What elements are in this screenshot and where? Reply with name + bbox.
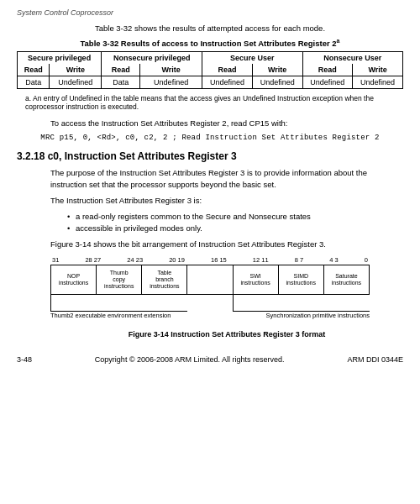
annotation-right-bracket [233, 295, 370, 312]
footer-center: Copyright © 2006-2008 ARM Limited. All r… [95, 355, 285, 364]
register-diagram: 31 28 27 24 23 20 19 16 15 12 11 8 7 4 3… [50, 256, 370, 327]
figure-caption-text: Figure 3-14 Instruction Set Attributes R… [129, 330, 326, 339]
col-read-2: Read [102, 64, 140, 76]
figure-caption: Figure 3-14 Instruction Set Attributes R… [17, 330, 403, 339]
para-2-text: The Instruction Set Attributes Register … [50, 196, 202, 205]
col-write-1: Write [50, 64, 102, 76]
group-secure-user: Secure User [202, 52, 302, 65]
para-1-text: The purpose of the Instruction Set Attri… [50, 168, 367, 188]
cell-undef-6: Undefined [353, 76, 403, 89]
cell-data: Data [18, 76, 50, 89]
cell-undef-4: Undefined [252, 76, 302, 89]
reg-boxes: NOPinstructions Thumbcopyinstructions Ta… [50, 265, 370, 295]
table-row: Data Undefined Data Undefined Undefined … [18, 76, 403, 89]
table-group-header-row: Secure privileged Nonsecure privileged S… [18, 52, 403, 65]
reg-saturate: Saturateinstructions [324, 265, 369, 294]
para-2: The Instruction Set Attributes Register … [17, 195, 403, 206]
bullet-list: a read-only registers common to the Secu… [17, 211, 403, 234]
col-write-4: Write [353, 64, 403, 76]
col-read-4: Read [302, 64, 353, 76]
footnote-text: An entry of Undefined in the table means… [25, 94, 374, 111]
para-1: The purpose of the Instruction Set Attri… [17, 167, 403, 190]
reg-thumb-copy: Thumbcopyinstructions [97, 265, 142, 294]
footer-left: 3-48 [17, 355, 32, 364]
col-read-3: Read [202, 64, 253, 76]
table-caption-text: Table 3-32 Results of access to Instruct… [80, 39, 336, 48]
col-write-2: Write [140, 64, 202, 76]
table-caption: Table 3-32 Results of access to Instruct… [17, 38, 403, 48]
reg-table-branch: Tablebranchinstructions [142, 265, 187, 294]
bullet-2: accessible in privileged modes only. [67, 223, 403, 234]
col-write-3: Write [252, 64, 302, 76]
section-heading: 3.2.18 c0, Instruction Set Attributes Re… [17, 150, 403, 162]
access-code: MRC p15, 0, <Rd>, c0, c2, 2 ; Read Instr… [17, 134, 403, 142]
cell-undef-1: Undefined [50, 76, 102, 89]
reg-nop: NOPinstructions [51, 265, 97, 294]
figure-intro: Figure 3-14 shows the bit arrangement of… [17, 239, 403, 249]
page-footer: 3-48 Copyright © 2006-2008 ARM Limited. … [17, 352, 403, 364]
footer-right: ARM DDI 0344E [347, 355, 403, 364]
annotation-right-text: Synchronization primitive instructions [266, 312, 370, 319]
reg-swi: SWIinstructions [234, 265, 279, 294]
access-table: Secure privileged Nonsecure privileged S… [17, 51, 403, 89]
annotation-left-bracket [50, 295, 187, 312]
col-read-1: Read [18, 64, 50, 76]
header-title: System Control Coprocessor [17, 8, 113, 17]
group-nonsecure-user: Nonsecure User [302, 52, 402, 65]
reg-annotations: Thumb2 executable environment extension … [50, 295, 370, 312]
bullet-1: a read-only registers common to the Secu… [67, 211, 403, 222]
annotation-left-text: Thumb2 executable environment extension [50, 312, 171, 319]
table-caption-super: a [337, 38, 340, 44]
cell-data-2: Data [102, 76, 140, 89]
page-header: System Control Coprocessor [17, 8, 403, 17]
group-nonsecure-priv: Nonsecure privileged [102, 52, 202, 65]
reg-empty [187, 265, 233, 294]
table-footnote: a. An entry of Undefined in the table me… [17, 94, 403, 111]
reg-simd: SIMDinstructions [279, 265, 324, 294]
cell-undef-2: Undefined [140, 76, 202, 89]
cell-undef-5: Undefined [302, 76, 353, 89]
footnote-label: a. [25, 94, 33, 102]
access-intro: To access the Instruction Set Attributes… [17, 118, 403, 129]
bit-numbers: 31 28 27 24 23 20 19 16 15 12 11 8 7 4 3… [50, 256, 370, 264]
group-secure-priv: Secure privileged [18, 52, 102, 65]
intro-text: Table 3-32 shows the results of attempte… [17, 24, 403, 33]
cell-undef-3: Undefined [202, 76, 253, 89]
table-subheader-row: Read Write Read Write Read Write Read Wr… [18, 64, 403, 76]
